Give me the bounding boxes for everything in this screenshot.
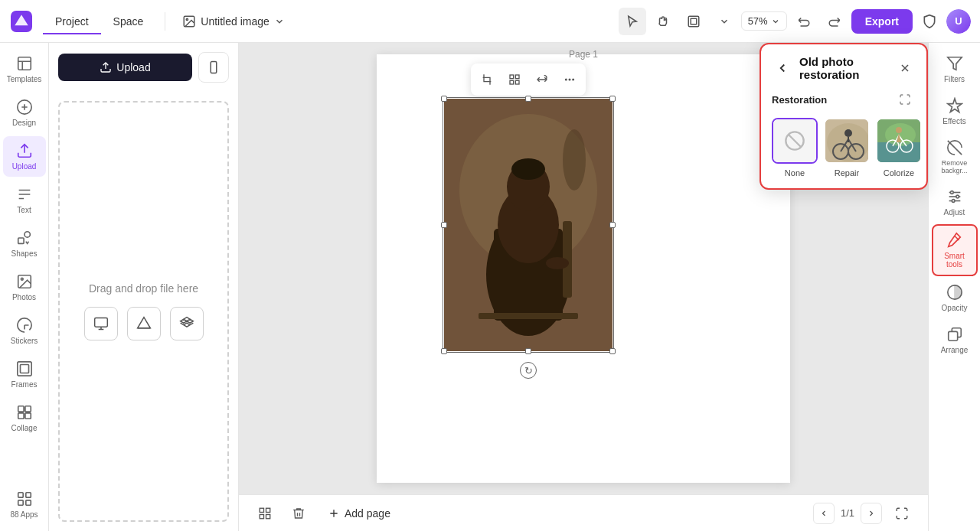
drop-zone[interactable]: Drag and drop file here [58, 101, 229, 522]
back-icon [776, 61, 789, 75]
right-item-effects[interactable]: Effects [932, 91, 978, 132]
float-toolbar [471, 64, 586, 96]
sidebar-item-templates[interactable]: Templates [3, 49, 46, 90]
sidebar-item-stickers[interactable]: Stickers [3, 311, 46, 351]
design-icon [16, 99, 33, 116]
shield-icon [922, 14, 937, 29]
topbar-divider [165, 12, 165, 31]
handle-ml[interactable] [441, 222, 447, 228]
handle-tc[interactable] [525, 96, 531, 102]
right-item-remove-bg[interactable]: Remove backgr... [932, 133, 978, 181]
undo-btn[interactable] [790, 8, 818, 35]
sidebar-item-upload[interactable]: Upload [3, 136, 46, 177]
redo-btn[interactable] [821, 8, 848, 35]
sidebar-item-photos[interactable]: Photos [3, 267, 46, 308]
pointer-tool-btn[interactable] [619, 8, 646, 35]
svg-point-54 [952, 200, 955, 203]
handle-bl[interactable] [441, 348, 447, 354]
right-item-adjust[interactable]: Adjust [932, 182, 978, 223]
replace-icon [536, 73, 548, 86]
delete-icon [292, 507, 305, 520]
frame-tool-btn[interactable] [680, 8, 707, 35]
right-item-effects-label: Effects [942, 117, 965, 125]
drop-icons [84, 307, 204, 340]
export-button[interactable]: Export [851, 9, 913, 34]
svg-point-52 [950, 191, 953, 194]
restoration-option-colorize[interactable]: Colorize [876, 118, 922, 178]
mobile-button[interactable] [198, 52, 229, 83]
sidebar-item-design[interactable]: Design [3, 93, 46, 133]
page-nav: 1/1 [813, 500, 916, 527]
restoration-title: Old photo restoration [799, 55, 888, 81]
logo[interactable] [9, 9, 34, 34]
zoom-dropdown-icon [771, 17, 780, 26]
restoration-close-btn[interactable] [894, 57, 916, 79]
delete-btn[interactable] [285, 500, 312, 527]
grid-btn[interactable] [501, 67, 528, 93]
sidebar-item-apps-label: 88 Apps [10, 510, 38, 519]
tab-space[interactable]: Space [101, 9, 156, 34]
sidebar-item-collage[interactable]: Collage [3, 398, 46, 438]
add-page-btn[interactable]: Add page [318, 503, 400, 524]
selected-image-container[interactable]: ↻ [444, 99, 612, 351]
right-item-smart-tools[interactable]: Smart tools [932, 224, 978, 276]
page-label: Page 1 [569, 49, 598, 60]
sidebar-item-stickers-label: Stickers [11, 337, 38, 345]
handle-mr[interactable] [609, 222, 616, 228]
right-item-adjust-label: Adjust [944, 208, 965, 217]
expand-icon [895, 507, 909, 520]
restoration-back-btn[interactable] [772, 57, 793, 79]
handle-bc[interactable] [525, 348, 531, 354]
restoration-thumb-colorize [876, 118, 922, 164]
avatar-image: U [946, 9, 971, 34]
repair-thumb-svg [825, 119, 870, 164]
restoration-option-repair[interactable]: Repair [824, 118, 870, 178]
zoom-control[interactable]: 57% [741, 11, 787, 31]
handle-tl[interactable] [441, 96, 447, 102]
sidebar-item-apps[interactable]: 88 Apps [3, 484, 46, 525]
hand-tool-btn[interactable] [649, 8, 677, 35]
topbar-tools: 57% Export U [619, 8, 971, 35]
handle-tr[interactable] [609, 96, 616, 102]
page-prev-btn[interactable] [813, 503, 835, 524]
svg-rect-17 [25, 493, 30, 497]
svg-point-9 [21, 278, 23, 280]
computer-upload-btn[interactable] [84, 307, 118, 340]
restoration-expand-btn[interactable] [894, 89, 916, 110]
right-item-opacity[interactable]: Opacity [932, 278, 978, 318]
avatar[interactable]: U [946, 9, 971, 34]
opacity-icon [946, 284, 963, 301]
restoration-section-header: Restoration [772, 89, 916, 110]
replace-btn[interactable] [529, 67, 555, 93]
crop-icon [481, 73, 493, 86]
filters-icon [946, 55, 963, 72]
chevron-right-icon [867, 509, 876, 518]
tab-project[interactable]: Project [43, 9, 101, 34]
sidebar-item-frames[interactable]: Frames [3, 354, 46, 395]
frame-icon [687, 15, 701, 28]
upload-button[interactable]: Upload [58, 54, 192, 81]
text-icon [16, 186, 33, 203]
effects-icon [946, 97, 963, 114]
right-item-filters[interactable]: Filters [932, 49, 978, 90]
shield-btn[interactable] [916, 8, 943, 35]
crop-btn[interactable] [474, 67, 500, 93]
frame-dropdown-btn[interactable] [710, 8, 738, 35]
page-next-btn[interactable] [861, 503, 882, 524]
restoration-option-none-label: None [785, 168, 805, 178]
rotate-handle[interactable]: ↻ [520, 362, 537, 379]
grid-view-btn[interactable] [251, 500, 279, 527]
restoration-option-none[interactable]: None [772, 118, 818, 178]
dropbox-upload-btn[interactable] [170, 307, 204, 340]
drive-upload-btn[interactable] [127, 307, 161, 340]
handle-br[interactable] [609, 348, 616, 354]
more-btn[interactable] [557, 67, 583, 93]
doc-title-area[interactable]: Untitled image [175, 10, 292, 33]
bottom-bar: Add page 1/1 [239, 494, 928, 531]
restoration-option-colorize-label: Colorize [884, 168, 914, 178]
sidebar-item-text[interactable]: Text [3, 180, 46, 220]
sidebar-item-design-label: Design [12, 119, 36, 127]
right-item-arrange[interactable]: Arrange [932, 320, 978, 360]
expand-btn[interactable] [888, 500, 916, 527]
sidebar-item-shapes[interactable]: Shapes [3, 223, 46, 264]
